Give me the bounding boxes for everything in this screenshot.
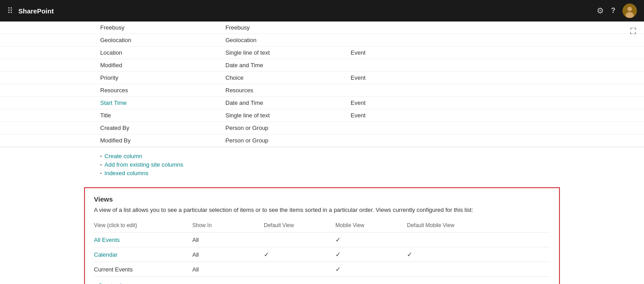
settings-icon[interactable]: ⚙ [597,6,604,16]
table-row: Location Single line of text Event [0,47,644,59]
header-view: View (click to edit) [94,220,192,232]
view-mobile: ✓ [335,262,407,277]
help-icon[interactable]: ? [611,7,615,15]
table-row: Current Events All ✓ [94,262,550,277]
views-section: Views A view of a list allows you to see… [84,187,560,284]
view-show-in: All [192,262,264,277]
table-row: Resources Resources [0,84,644,97]
view-mobile: ✓ [335,247,407,262]
table-row: Calendar All ✓ ✓ ✓ [94,247,550,262]
view-default: ✓ [264,247,335,262]
create-view-row: ▪ Create view [94,282,550,284]
views-title: Views [94,195,550,203]
table-row: All Events All ✓ [94,232,550,247]
bullet-icon: ▪ [100,154,102,159]
columns-area: Freebusy Freebusy Geolocation Geolocatio… [0,22,644,184]
expand-icon[interactable] [630,27,637,36]
add-existing-link[interactable]: Add from existing site columns [105,161,183,168]
checkmark-icon: ✓ [335,236,341,243]
app-title: SharePoint [18,7,54,15]
create-column-link[interactable]: Create column [105,153,143,159]
col-group: Event [351,112,365,119]
col-group: Event [351,99,365,106]
add-existing-link-item: ▪ Add from existing site columns [100,161,544,168]
create-column-link-item: ▪ Create column [100,153,544,159]
col-name: Created By [100,125,225,131]
col-name: Geolocation [100,37,225,43]
checkmark-icon: ✓ [335,251,341,258]
col-group: Event [351,74,365,81]
col-type: Date and Time [225,99,351,106]
view-def-mobile [407,262,550,277]
view-def-mobile [407,232,550,247]
table-row: Priority Choice Event [0,72,644,84]
col-name: Resources [100,87,225,94]
table-row: Geolocation Geolocation [0,34,644,47]
view-name-calendar[interactable]: Calendar [94,247,192,262]
col-type: Geolocation [225,37,351,43]
top-navigation: ⠿ SharePoint ⚙ ? [0,0,644,22]
col-name: Location [100,49,225,56]
bullet-icon: ▪ [100,171,102,176]
col-type: Freebusy [225,24,351,31]
user-avatar[interactable] [623,4,637,18]
bullet-icon: ▪ [100,162,102,167]
table-row: Modified By Person or Group [0,134,644,147]
table-row: Title Single line of text Event [0,109,644,122]
main-content: Freebusy Freebusy Geolocation Geolocatio… [0,22,644,284]
checkmark-icon: ✓ [335,266,341,273]
col-type: Person or Group [225,137,351,144]
table-row: Modified Date and Time [0,59,644,72]
col-group: Event [351,49,365,56]
view-def-mobile: ✓ [407,247,550,262]
col-name: Priority [100,74,225,81]
view-default [264,262,335,277]
create-view-link[interactable]: Create view [98,282,129,284]
header-default-mobile-view: Default Mobile View [407,220,550,232]
table-row: Freebusy Freebusy [0,22,644,34]
col-name: Freebusy [100,24,225,31]
header-mobile-view: Mobile View [335,220,407,232]
col-name: Modified [100,62,225,69]
col-type: Person or Group [225,125,351,131]
view-mobile: ✓ [335,232,407,247]
views-table: View (click to edit) Show In Default Vie… [94,220,550,277]
view-show-in: All [192,247,264,262]
table-row: Start Time Date and Time Event [0,97,644,109]
view-show-in: All [192,232,264,247]
indexed-columns-link[interactable]: Indexed columns [105,170,148,176]
views-description: A view of a list allows you to see a par… [94,207,550,213]
nav-icons: ⚙ ? [597,4,637,18]
col-type: Single line of text [225,112,351,119]
view-default [264,232,335,247]
header-default-view: Default View [264,220,335,232]
checkmark-icon: ✓ [407,251,412,258]
col-type: Single line of text [225,49,351,56]
header-show-in: Show In [192,220,264,232]
indexed-columns-link-item: ▪ Indexed columns [100,170,544,176]
view-name-current-events: Current Events [94,262,192,277]
col-name: Title [100,112,225,119]
col-type: Resources [225,87,351,94]
table-row: Created By Person or Group [0,122,644,134]
col-name: Modified By [100,137,225,144]
view-name-all-events[interactable]: All Events [94,232,192,247]
links-section: ▪ Create column ▪ Add from existing site… [0,147,644,184]
svg-point-1 [627,7,632,11]
app-grid-icon[interactable]: ⠿ [7,6,13,16]
col-type: Choice [225,74,351,81]
col-type: Date and Time [225,62,351,69]
col-name-link[interactable]: Start Time [100,99,225,106]
checkmark-icon: ✓ [264,251,269,258]
table-header-row: View (click to edit) Show In Default Vie… [94,220,550,232]
